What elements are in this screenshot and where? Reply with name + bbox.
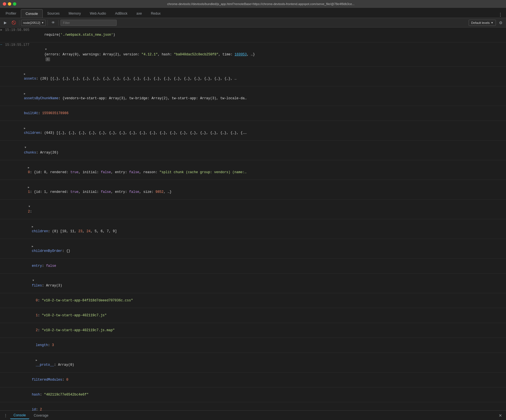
tree-assets: ▶ assets: (26) [{…}, {…}, {…}, {…}, {…},… (0, 67, 506, 86)
chunk-0-expand[interactable]: ▶ (28, 166, 31, 170)
tab-adblock[interactable]: AdBlock (110, 9, 132, 18)
file-1-line: 1: "v10-2-tw-start-app-402119c7.js" (22, 308, 506, 322)
filtered-modules-line: filteredModules: 0 (19, 373, 506, 387)
window-title: chrome-devtools://devtools/bundled/js_ap… (19, 2, 503, 6)
tab-console[interactable]: Console (21, 9, 43, 18)
tree-built-at: builtAt: 1559035178986 (0, 106, 506, 121)
tree-file-0: 0: "v10-2-tw-start-app-84f318d7deeed7070… (0, 293, 506, 308)
tree-filtered-modules: filteredModules: 0 (0, 372, 506, 387)
clear-button[interactable]: 🚫 (10, 19, 17, 26)
tab-profiler[interactable]: Profiler (1, 9, 21, 18)
ch2-children-expand[interactable]: ▶ (32, 225, 35, 229)
tree-children: ▶ children: (643) [{…}, {…}, {…}, {…}, {… (0, 121, 506, 141)
tab-memory[interactable]: Memory (64, 9, 85, 18)
log-back-arrow[interactable]: ← (0, 43, 4, 46)
entry-line: entry: false (19, 259, 506, 273)
maximize-button[interactable] (13, 2, 16, 6)
tree-files-proto: ▶ __proto__: Array(0) (0, 353, 506, 372)
toolbar-separator-2 (48, 20, 48, 26)
tree-files-length: length: 3 (0, 338, 506, 353)
settings-button[interactable]: ⚙ (497, 19, 504, 26)
children-expand[interactable]: ▶ (24, 126, 27, 131)
traffic-lights (3, 2, 16, 6)
hash-line: hash: "402119c77e6542bc4e6f" (19, 388, 506, 402)
execute-icon: ▶ (4, 21, 7, 25)
tab-web-audio[interactable]: Web Audio (85, 9, 110, 18)
log-content-2: ▶ {errors: Array(0), warnings: Array(2),… (31, 43, 506, 66)
bottom-close-button[interactable]: ✕ (497, 412, 504, 419)
spacer (0, 67, 4, 67)
tree-chunk-2-header: ▶ 2: (0, 200, 506, 219)
files-proto-expand[interactable]: ▶ (36, 358, 39, 363)
files-length-line: length: 3 (22, 338, 506, 352)
timestamp-1: 15:19:50.905 (4, 28, 31, 32)
tree-entry: entry: false (0, 259, 506, 274)
eye-button[interactable]: 👁 (49, 19, 57, 26)
cbo-line: ▶ childrenByOrder: {} (19, 239, 506, 258)
chunk-2-expand[interactable]: ▶ (27, 206, 31, 209)
levels-button[interactable]: Default levels ▼ (469, 20, 496, 26)
files-proto-line: ▶ __proto__: Array(0) (22, 353, 506, 372)
file-2-line: 2: "v10-2-tw-start-app-402119c7.js.map" (22, 323, 506, 337)
toolbar-separator-1 (19, 20, 19, 26)
ts-empty (4, 67, 7, 67)
context-selector[interactable]: node[20512] ▼ (21, 20, 46, 26)
gear-icon: ⚙ (499, 21, 503, 25)
tree-files-header: ▶ files: Array(3) (0, 274, 506, 293)
tree-chunk-0: ▶ 0: {id: 0, rendered: true, initial: fa… (0, 160, 506, 180)
tree-chunks-header: ▶ chunks: Array(26) (0, 141, 506, 160)
info-badge: i (46, 57, 50, 61)
timestamp-2: 15:19:55.177 (4, 43, 31, 47)
execute-button[interactable]: ▶ (2, 19, 9, 26)
tree-assets-by-chunk: ▶ assetsByChunkName: {vendors~tw-start-a… (0, 86, 506, 106)
assets-by-chunk-line: ▶ assetsByChunkName: {vendors~tw-start-a… (11, 87, 506, 105)
close-button[interactable] (3, 2, 6, 6)
assets-line: ▶ assets: (26) [{…}, {…}, {…}, {…}, {…},… (11, 67, 506, 86)
bottom-tab-coverage[interactable]: Coverage (30, 412, 52, 419)
files-header-line: ▶ files: Array(3) (19, 274, 506, 293)
close-icon: ✕ (499, 413, 502, 418)
file-0-line: 0: "v10-2-tw-start-app-84f318d7deeed7070… (22, 293, 506, 308)
chunk-2-children-line: ▶ children: (8) [10, 11, 23, 24, 5, 6, 7… (19, 220, 506, 238)
tree-id: id: 2 (0, 402, 506, 410)
tree-hash: hash: "402119c77e6542bc4e6f" (0, 387, 506, 402)
bottom-tab-console[interactable]: Console (10, 412, 29, 419)
chunks-header-line: ▶ chunks: Array(26) (11, 141, 506, 160)
minimize-button[interactable] (8, 2, 11, 6)
log-line-2: ← 15:19:55.177 ▶ {errors: Array(0), warn… (0, 42, 506, 67)
tab-redux[interactable]: Redux (146, 9, 165, 18)
assets-expand[interactable]: ▶ (24, 72, 27, 76)
chunks-expand[interactable]: ▶ (23, 147, 28, 150)
id-line: id: 2 (19, 403, 506, 410)
expand-arrow-1[interactable]: ▶ (0, 28, 4, 32)
tree-chunk-2-cbo: ▶ childrenByOrder: {} (0, 239, 506, 259)
children-line: ▶ children: (643) [{…}, {…}, {…}, {…}, {… (11, 121, 506, 140)
cbo-expand[interactable]: ▶ (32, 244, 35, 249)
eye-icon: 👁 (51, 21, 55, 25)
title-bar: chrome-devtools://devtools/bundled/js_ap… (0, 0, 506, 8)
abc-expand[interactable]: ▶ (24, 92, 27, 96)
tree-file-2: 2: "v10-2-tw-start-app-402119c7.js.map" (0, 323, 506, 338)
expand-obj[interactable]: ▶ (44, 49, 48, 51)
levels-chevron-icon: ▼ (491, 21, 493, 24)
tree-chunk-1: ▶ 1: {id: 1, rendered: true, initial: fa… (0, 180, 506, 200)
filter-input[interactable] (60, 20, 117, 26)
log-content-1: require('./webpack.stats_new.json') (31, 28, 506, 42)
clear-icon: 🚫 (12, 21, 16, 25)
bottom-bar: ⋮ Console Coverage ✕ (0, 410, 506, 420)
tab-more-button[interactable]: ⋮ (496, 12, 505, 18)
tab-sources[interactable]: Sources (43, 9, 64, 18)
built-at-line: builtAt: 1559035178986 (11, 106, 506, 120)
console-toolbar: ▶ 🚫 node[20512] ▼ 👁 Default levels ▼ ⚙ (0, 18, 506, 28)
dots-icon: ⋮ (4, 413, 8, 418)
files-expand[interactable]: ▶ (31, 280, 35, 283)
bottom-menu-button[interactable]: ⋮ (2, 412, 9, 419)
console-output: ▶ 15:19:50.905 require('./webpack.stats_… (0, 28, 506, 410)
log-line-1: ▶ 15:19:50.905 require('./webpack.stats_… (0, 28, 506, 42)
chunk-1-expand[interactable]: ▶ (28, 185, 31, 190)
chevron-down-icon: ▼ (41, 21, 44, 24)
tab-bar: Profiler Console Sources Memory Web Audi… (0, 8, 506, 18)
tab-axe[interactable]: axe (132, 9, 146, 18)
tree-file-1: 1: "v10-2-tw-start-app-402119c7.js" (0, 308, 506, 323)
chunk-0-line: ▶ 0: {id: 0, rendered: true, initial: fa… (15, 161, 506, 179)
